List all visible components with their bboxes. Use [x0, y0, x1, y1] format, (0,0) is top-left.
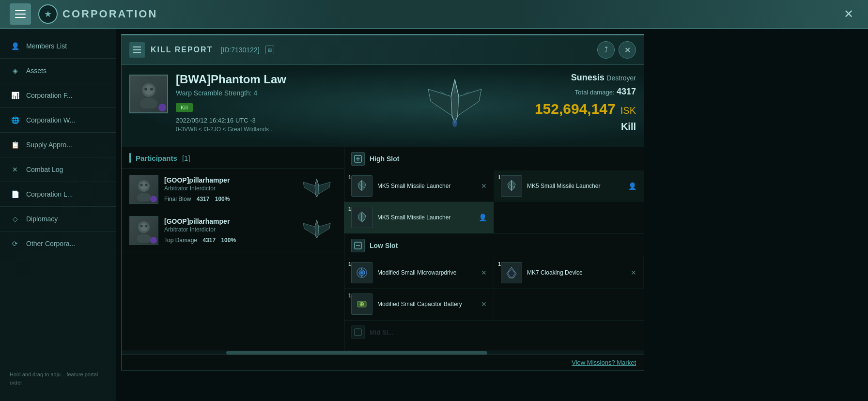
- item-name-high-1: MK5 Small Missile Launcher: [377, 182, 476, 190]
- modal-hamburger-button[interactable]: [129, 42, 145, 58]
- item-close-low-2[interactable]: ✕: [631, 269, 636, 277]
- sidebar-item-label: Members List: [26, 42, 67, 50]
- sidebar-item-label: Other Corpora...: [26, 240, 75, 247]
- sidebar-item-label: Supply Appro...: [26, 141, 72, 149]
- participant-1-ship-preview: [297, 175, 336, 204]
- mid-slot-header-partial: Mid Sl...: [344, 321, 644, 344]
- modal-scrollbar-thumb[interactable]: [226, 351, 487, 355]
- low-slot-section: Low Slot 1: [344, 234, 644, 321]
- sidebar-item-label: Assets: [26, 67, 46, 75]
- kill-report-modal: KILL REPORT [ID:7130122] ⊞ ⤴ ✕: [121, 34, 644, 370]
- p2-damage: 4317: [202, 237, 216, 244]
- close-icon: ✕: [624, 46, 631, 55]
- item-person-high-3: 👤: [479, 214, 487, 221]
- sidebar-item-corporation-finance[interactable]: 📊 Corporation F...: [0, 83, 116, 108]
- low-slot-items: 1: [344, 257, 644, 320]
- participant-1-avatar: [129, 175, 158, 204]
- sidebar-item-combat-log[interactable]: ✕ Combat Log: [0, 157, 116, 182]
- ship-name: Sunesis: [571, 73, 604, 82]
- participants-title: Participants: [136, 154, 177, 162]
- kill-badge: Kill: [176, 103, 193, 112]
- modal-header-actions: ⤴ ✕: [597, 41, 636, 59]
- svg-point-23: [140, 225, 143, 228]
- sidebar: 👤 Members List ◈ Assets 📊 Corporation F.…: [0, 29, 116, 401]
- modal-scrollbar[interactable]: [122, 351, 644, 355]
- item-icon-low-1: [351, 262, 372, 283]
- kill-stats: Sunesis Destroyer Total damage: 4317 152…: [537, 65, 644, 147]
- sidebar-item-corporation-w[interactable]: 🌐 Corporation W...: [0, 108, 116, 133]
- svg-point-13: [137, 193, 151, 201]
- sidebar-item-members-list[interactable]: 👤 Members List: [0, 34, 116, 59]
- fitting-item-high-2: 1 MK5 Small Missile Launcher: [494, 170, 644, 202]
- item-qty-high-3: 1: [348, 206, 351, 212]
- high-slot-section: High Slot 1: [344, 147, 644, 234]
- view-missions-link[interactable]: View Missions? Market: [572, 359, 636, 366]
- combat-log-icon: ✕: [10, 164, 20, 175]
- low-slot-header: Low Slot: [344, 234, 644, 257]
- diplomacy-icon: ◇: [10, 214, 20, 224]
- modal-id: [ID:7130122]: [220, 46, 259, 54]
- item-name-high-2: MK5 Small Missile Launcher: [527, 182, 623, 190]
- close-main-button[interactable]: ✕: [839, 4, 858, 24]
- modal-close-button[interactable]: ✕: [619, 41, 636, 59]
- sidebar-item-diplomacy[interactable]: ◇ Diplomacy: [0, 207, 116, 231]
- item-close-low-1[interactable]: ✕: [481, 269, 487, 277]
- participant-2-ship-preview: [297, 216, 336, 245]
- participants-panel[interactable]: Participants [1]: [122, 147, 344, 351]
- sidebar-item-corporation-l[interactable]: 📄 Corporation L...: [0, 182, 116, 207]
- low-slot-title: Low Slot: [370, 242, 398, 249]
- fitting-item-low-2: 1 MK7 Cloaking Device ✕: [494, 257, 644, 289]
- participant-1-ship: Arbitrator Interdictor: [164, 185, 292, 192]
- sidebar-item-assets[interactable]: ◈ Assets: [0, 59, 116, 83]
- members-list-icon: 👤: [10, 41, 20, 51]
- svg-marker-26: [318, 223, 330, 235]
- item-close-low-3[interactable]: ✕: [481, 300, 487, 308]
- sidebar-item-label: Diplomacy: [26, 215, 58, 223]
- svg-rect-58: [355, 329, 361, 336]
- sidebar-item-supply[interactable]: 📋 Supply Appro...: [0, 133, 116, 157]
- hamburger-menu-button[interactable]: [10, 3, 31, 25]
- item-name-high-3: MK5 Small Missile Launcher: [377, 214, 474, 222]
- high-slot-title: High Slot: [370, 155, 399, 163]
- item-qty-high-1: 1: [348, 174, 351, 180]
- item-qty-low-1: 1: [348, 261, 351, 267]
- copy-id-button[interactable]: ⊞: [265, 46, 274, 54]
- svg-point-24: [145, 225, 148, 228]
- item-person-high-2: 👤: [628, 182, 636, 190]
- p1-avatar-badge: [150, 196, 157, 202]
- ship-visualization: [372, 65, 537, 147]
- svg-point-4: [150, 88, 153, 91]
- corp-w-icon: 🌐: [10, 115, 20, 125]
- svg-point-15: [140, 184, 143, 186]
- isk-value: 152,694,147: [535, 101, 616, 117]
- kill-banner: [BWA]Phantom Law Warp Scramble Strength:…: [122, 65, 644, 147]
- item-close-high-1[interactable]: ✕: [481, 182, 487, 190]
- p1-percent: 100%: [215, 196, 230, 202]
- modal-header-bar: KILL REPORT [ID:7130122] ⊞ ⤴ ✕: [122, 35, 644, 65]
- svg-point-47: [360, 271, 363, 274]
- svg-point-3: [144, 88, 147, 91]
- corp-logo: ★: [38, 4, 58, 24]
- participants-header: Participants [1]: [122, 147, 344, 169]
- p2-stat-label: Top Damage: [164, 237, 197, 244]
- mid-slot-title-partial: Mid Sl...: [370, 329, 393, 336]
- total-damage-label: Total damage:: [575, 89, 615, 96]
- copy-icon: ⊞: [268, 47, 272, 53]
- sidebar-item-other-corpora[interactable]: ⟳ Other Corpora...: [0, 231, 116, 256]
- section-accent: [129, 153, 131, 163]
- isk-label: ISK: [620, 105, 636, 116]
- svg-point-8: [452, 119, 457, 127]
- sidebar-footer: Hold and drag to adju... feature portal …: [0, 366, 116, 391]
- item-icon-low-2: [501, 262, 522, 283]
- p2-percent: 100%: [221, 237, 236, 244]
- participant-2-avatar: [129, 216, 158, 245]
- item-name-low-2: MK7 Cloaking Device: [527, 269, 626, 277]
- modal-overlay: KILL REPORT [ID:7130122] ⊞ ⤴ ✕: [116, 29, 868, 401]
- low-slot-icon: [351, 239, 365, 252]
- participant-2-info: [GOOP]pillarhamper Arbitrator Interdicto…: [164, 217, 292, 244]
- export-button[interactable]: ⤴: [597, 41, 615, 59]
- kill-datetime: 2022/05/12 16:42:16 UTC -3: [176, 117, 372, 124]
- item-name-low-3: Modified Small Capacitor Battery: [377, 300, 476, 308]
- svg-point-21: [137, 234, 151, 243]
- fitting-panel[interactable]: High Slot 1: [344, 147, 644, 351]
